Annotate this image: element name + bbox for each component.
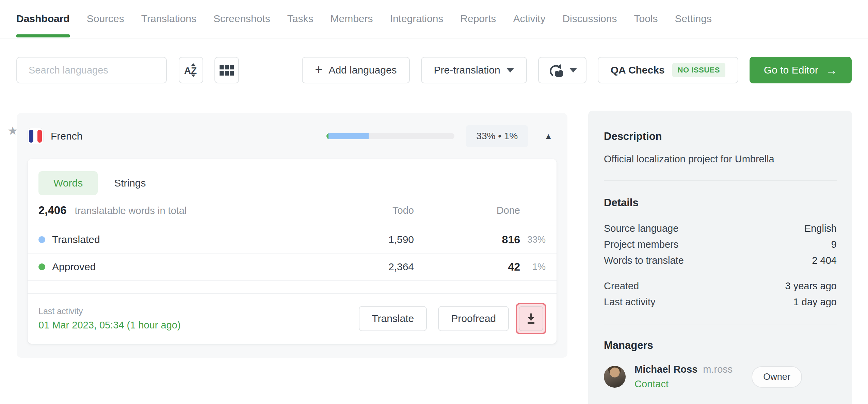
- detail-label: Last activity: [604, 294, 656, 310]
- grid-view-button[interactable]: [214, 57, 239, 83]
- translated-dot-icon: [38, 236, 45, 243]
- plus-icon: +: [315, 63, 322, 76]
- language-stats-card: Words Strings 2,406 translatable words i…: [28, 159, 557, 344]
- avatar[interactable]: [604, 366, 626, 388]
- go-to-editor-button[interactable]: Go to Editor →: [750, 57, 852, 83]
- stat-row-approved: Approved 2,364 42 1%: [28, 254, 557, 281]
- go-to-editor-label: Go to Editor: [764, 64, 818, 76]
- translation-progress-bar: [326, 133, 454, 139]
- detail-label: Created: [604, 278, 639, 294]
- tab-tools[interactable]: Tools: [634, 13, 658, 37]
- divider: [604, 180, 837, 181]
- approved-label: Approved: [52, 261, 96, 273]
- description-title: Description: [604, 130, 837, 143]
- tab-translations[interactable]: Translations: [141, 13, 196, 37]
- machine-translation-sync-button[interactable]: [538, 57, 586, 83]
- manager-row: Michael Ross m.ross Contact Owner: [604, 364, 837, 390]
- qa-checks-label: QA Checks: [611, 64, 665, 76]
- detail-label: Words to translate: [604, 253, 684, 269]
- tab-sources[interactable]: Sources: [87, 13, 124, 37]
- tab-words[interactable]: Words: [38, 171, 98, 195]
- last-activity-block: Last activity 01 Mar 2023, 05:34 (1 hour…: [38, 306, 181, 331]
- detail-label: Source language: [604, 221, 678, 237]
- managers-title: Managers: [604, 339, 837, 352]
- owner-role-badge: Owner: [752, 366, 802, 388]
- stat-row-translated: Translated 1,590 816 33%: [28, 226, 557, 254]
- language-card-header[interactable]: French 33% • 1% ▲: [17, 113, 567, 159]
- arrow-right-icon: →: [826, 64, 837, 76]
- tab-settings[interactable]: Settings: [675, 13, 712, 37]
- total-words-label: translatable words in total: [75, 205, 187, 216]
- contact-link[interactable]: Contact: [634, 378, 733, 390]
- detail-value: 3 years ago: [785, 278, 837, 294]
- detail-value: 1 day ago: [793, 294, 837, 310]
- manager-name[interactable]: Michael Ross: [634, 364, 697, 375]
- proofread-button[interactable]: Proofread: [438, 306, 509, 331]
- column-header-done: Done: [414, 205, 520, 216]
- translate-button[interactable]: Translate: [359, 306, 427, 331]
- add-languages-button[interactable]: + Add languages: [302, 57, 409, 83]
- project-info-panel: Description Official localization projec…: [588, 111, 852, 404]
- chevron-down-icon: [507, 68, 514, 72]
- details-rows: Source language English Project members …: [604, 221, 837, 310]
- add-languages-label: Add languages: [328, 64, 397, 76]
- tab-strings[interactable]: Strings: [114, 177, 146, 189]
- detail-row-project-members: Project members 9: [604, 237, 837, 253]
- pre-translation-button[interactable]: Pre-translation: [421, 57, 527, 83]
- dashboard-toolbar: A Z + Add languages Pre-translation: [16, 56, 852, 84]
- nav-items: Dashboard Sources Translations Screensho…: [16, 13, 712, 37]
- language-name: French: [51, 130, 82, 142]
- search-languages-input[interactable]: [16, 57, 167, 83]
- annotation-highlight-box: [516, 303, 546, 334]
- approved-dot-icon: [38, 263, 45, 270]
- divider: [604, 324, 837, 324]
- language-card-footer: Last activity 01 Mar 2023, 05:34 (1 hour…: [28, 293, 557, 344]
- collapse-arrow-icon[interactable]: ▲: [544, 131, 552, 141]
- svg-text:Z: Z: [191, 65, 197, 76]
- french-flag-icon: [28, 128, 43, 144]
- total-words-value: 2,406: [38, 204, 67, 217]
- qa-status-badge: NO ISSUES: [672, 63, 725, 77]
- tab-members[interactable]: Members: [331, 13, 373, 37]
- approved-done-value: 42: [414, 261, 520, 273]
- progress-percent-badge: 33% • 1%: [466, 125, 528, 147]
- detail-value: 2 404: [812, 253, 837, 269]
- approved-percent: 1%: [520, 262, 546, 272]
- download-button[interactable]: [519, 306, 543, 331]
- description-text: Official localization project for Umbrel…: [604, 153, 837, 165]
- chevron-down-icon: [569, 68, 577, 72]
- grid-view-icon: [220, 65, 234, 76]
- tab-integrations[interactable]: Integrations: [390, 13, 444, 37]
- favorite-star-icon[interactable]: ★: [7, 124, 18, 138]
- tab-discussions[interactable]: Discussions: [562, 13, 617, 37]
- progress-translated-segment: [328, 133, 369, 139]
- tab-tasks[interactable]: Tasks: [287, 13, 314, 37]
- tab-activity[interactable]: Activity: [513, 13, 545, 37]
- tab-screenshots[interactable]: Screenshots: [213, 13, 270, 37]
- translated-label: Translated: [52, 234, 100, 245]
- language-card-french: French 33% • 1% ▲ Words Strings 2,406 tr…: [17, 113, 567, 358]
- last-activity-link[interactable]: 01 Mar 2023, 05:34 (1 hour ago): [38, 320, 181, 331]
- detail-row-last-activity: Last activity 1 day ago: [604, 294, 837, 310]
- manager-username: m.ross: [703, 364, 733, 375]
- translated-todo-value: 1,590: [312, 234, 414, 245]
- download-icon: [526, 313, 536, 324]
- translated-done-value: 816: [414, 233, 520, 246]
- tab-dashboard[interactable]: Dashboard: [16, 13, 70, 37]
- details-title: Details: [604, 197, 837, 209]
- last-activity-label: Last activity: [38, 306, 181, 316]
- manager-info: Michael Ross m.ross Contact: [634, 364, 733, 390]
- translated-percent: 33%: [520, 235, 546, 245]
- qa-checks-button[interactable]: QA Checks NO ISSUES: [598, 57, 738, 83]
- stats-tabs: Words Strings: [28, 159, 557, 204]
- approved-todo-value: 2,364: [312, 261, 414, 273]
- detail-label: Project members: [604, 237, 678, 253]
- cloud-sync-icon: [548, 62, 564, 78]
- sort-alphabetical-button[interactable]: A Z: [179, 57, 203, 83]
- pre-translation-label: Pre-translation: [434, 64, 500, 76]
- detail-row-words-to-translate: Words to translate 2 404: [604, 253, 837, 269]
- svg-text:A: A: [184, 65, 191, 76]
- sort-az-icon: A Z: [183, 63, 198, 78]
- project-tab-bar: Dashboard Sources Translations Screensho…: [0, 0, 868, 38]
- tab-reports[interactable]: Reports: [460, 13, 496, 37]
